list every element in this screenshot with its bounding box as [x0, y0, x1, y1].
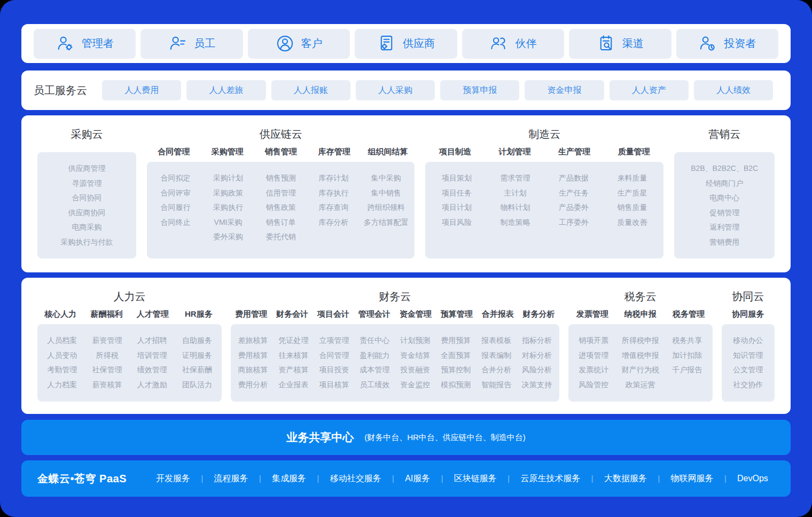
cloud-column: 移动办公知识管理公文管理社交协作 — [724, 333, 772, 396]
persona-channel[interactable]: 渠道 — [569, 29, 671, 59]
cloud-item: 员工绩效 — [354, 378, 395, 393]
cloud-column: 来料质量生产质星销售质量质量改善 — [603, 171, 661, 253]
cloud-item: 需求管理 — [486, 171, 544, 186]
cloud-item: 自助服务 — [175, 333, 220, 348]
column-header: 生产管理 — [544, 146, 604, 157]
column-header: 预算管理 — [436, 308, 477, 319]
cloud-item: 资产核算 — [274, 363, 314, 378]
column-header: 库存管理 — [308, 146, 361, 157]
cloud-column: 报表模板报表编制合并分析智能报告 — [476, 333, 517, 396]
cloud-item: 培训管理 — [130, 348, 175, 363]
cloud-item: 决策支持 — [517, 378, 557, 393]
cloud-item: 寻源管理 — [40, 176, 134, 191]
employee-service-chip[interactable]: 预算申报 — [440, 80, 519, 100]
cloud-item: 千户报告 — [664, 363, 710, 378]
persona-customer[interactable]: 客户 — [248, 29, 350, 59]
persona-label: 投资者 — [724, 36, 756, 51]
cloud-item: 资金监控 — [395, 378, 435, 393]
paas-service: AI服务 — [405, 473, 430, 484]
cloud-item: 合同协同 — [40, 191, 134, 206]
cloud-item: 社保薪酬 — [175, 363, 220, 378]
cloud-title-procurement-cloud: 采购云 — [37, 127, 136, 141]
service-separator: | — [658, 474, 660, 483]
cloud-item: 绩效管理 — [130, 363, 175, 378]
persona-employee[interactable]: 员工 — [140, 29, 243, 59]
employee-service-chip[interactable]: 资金申报 — [525, 80, 604, 100]
cloud-item: 成本管理 — [354, 363, 395, 378]
cloud-item: 主计划 — [486, 186, 544, 201]
service-separator: | — [591, 474, 594, 483]
column-header: 税务管理 — [665, 308, 713, 319]
cloud-item: 供应商协同 — [40, 206, 134, 221]
partner-icon — [489, 34, 508, 53]
paas-service: 区块链服务 — [454, 473, 497, 484]
cloud-item: 公文管理 — [724, 363, 772, 378]
cloud-group-manufacturing-cloud: 制造云项目制造计划管理生产管理质量管理项目策划项目任务项目计划项目风险需求管理主… — [425, 127, 663, 258]
cloud-item: 项目投资 — [314, 363, 354, 378]
cloud-item: 项目计划 — [427, 200, 486, 215]
cloud-title-collaboration-cloud: 协同云 — [722, 289, 775, 303]
persona-label: 供应商 — [403, 36, 435, 51]
cloud-item: 促销管理 — [676, 206, 772, 221]
cloud-column: 合同拟定合同评审合同履行合同终止 — [149, 171, 202, 253]
employee-service-chip[interactable]: 人人资产 — [610, 80, 689, 100]
cloud-item: 资金结算 — [395, 348, 435, 363]
cloud-item: 采购执行与付款 — [40, 235, 134, 250]
cloud-item: 智能报告 — [476, 378, 517, 393]
investor-icon — [698, 34, 717, 53]
cloud-item: 费用分析 — [233, 378, 274, 393]
column-header: 计划管理 — [485, 146, 544, 157]
column-header: 人才管理 — [130, 308, 176, 319]
employee-service-chip[interactable]: 人人差旅 — [186, 80, 266, 100]
supplier-icon — [377, 34, 396, 53]
column-header: 销售管理 — [254, 146, 308, 157]
cloud-item: 信用管理 — [254, 186, 307, 201]
cloud-item: 制造策略 — [486, 215, 544, 230]
cloud-item: 指标分析 — [517, 333, 557, 348]
employee-service-chip[interactable]: 人人采购 — [356, 80, 435, 100]
column-headers-collaboration-cloud: 协同服务 — [722, 308, 775, 319]
persona-supplier[interactable]: 供应商 — [355, 29, 457, 59]
employee-service-chip[interactable]: 人人报账 — [271, 80, 350, 100]
cloud-item: 营销费用 — [676, 235, 772, 250]
cloud-item: 社交协作 — [724, 378, 772, 393]
cloud-column: 差旅核算费用核算商旅核算费用分析 — [233, 333, 274, 396]
persona-partner[interactable]: 伙伴 — [462, 29, 564, 59]
persona-manager[interactable]: 管理者 — [34, 29, 136, 59]
cloud-item: 委外采购 — [202, 230, 255, 245]
persona-label: 客户 — [301, 36, 323, 51]
paas-service: DevOps — [737, 474, 768, 483]
cloud-item: 销售订单 — [254, 215, 307, 230]
employee-service-chip[interactable]: 人人费用 — [102, 80, 181, 100]
cloud-item: 报表模板 — [476, 333, 517, 348]
manager-icon — [56, 34, 75, 53]
service-separator: | — [392, 474, 394, 483]
employee-icon — [168, 34, 187, 53]
cloud-title-manufacturing-cloud: 制造云 — [425, 127, 663, 141]
cloud-item: 计划预测 — [395, 333, 435, 348]
cloud-item: 销售预测 — [254, 171, 307, 186]
cloud-item: 项目风险 — [427, 215, 486, 230]
employee-service-chip[interactable]: 人人绩效 — [694, 80, 773, 100]
persona-label: 伙伴 — [515, 36, 536, 51]
cloud-item: 责任中心 — [354, 333, 395, 348]
cloud-item: 合同履行 — [149, 200, 202, 215]
cloud-item: 来料质量 — [603, 171, 661, 186]
cloud-card-procurement-cloud: 供应商管理寻源管理合同协同供应商协同电商采购采购执行与付款 — [37, 152, 136, 258]
persona-investor[interactable]: 投资者 — [676, 29, 778, 59]
cloud-item: 税务共享 — [664, 333, 710, 348]
cloud-card-hr-cloud: 人员档案人员变动考勤管理人力档案薪资管理所得税社保管理薪资核算人才招聘培训管理绩… — [37, 324, 222, 402]
column-headers-manufacturing-cloud: 项目制造计划管理生产管理质量管理 — [425, 146, 663, 157]
column-headers-finance-cloud: 费用管理财务会计项目会计管理会计资金管理预算管理合并报表财务分析 — [231, 308, 559, 319]
paas-service: 物联网服务 — [670, 473, 713, 484]
cloud-column: 税务共享加计扣除千户报告 — [664, 333, 710, 396]
cloud-item: 合同拟定 — [149, 171, 202, 186]
cloud-column: 责任中心盈利能力成本管理员工绩效 — [354, 333, 395, 396]
cloud-item: 合并分析 — [476, 363, 517, 378]
cloud-item: 集中采购 — [360, 171, 413, 186]
cloud-item: 合同终止 — [149, 215, 202, 230]
cloud-column: 薪资管理所得税社保管理薪资核算 — [84, 333, 129, 396]
cloud-card-collaboration-cloud: 移动办公知识管理公文管理社交协作 — [722, 324, 775, 402]
cloud-item: 库存计划 — [307, 171, 360, 186]
cloud-item: 团队活力 — [175, 378, 220, 393]
